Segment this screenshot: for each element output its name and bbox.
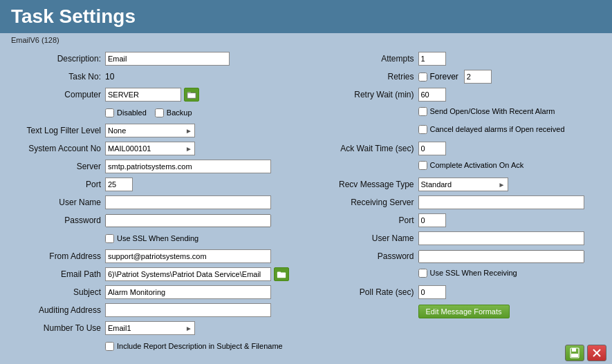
right-username-label: User Name [317, 233, 414, 243]
retries-label: Retries [317, 72, 414, 82]
textlog-select[interactable]: None ► [105, 124, 195, 137]
completeactivation-label: Complete Activation On Ack [430, 161, 524, 169]
recvmessage-value: Standard [421, 180, 452, 189]
fromaddress-label: From Address [11, 251, 101, 261]
canceldelayed-checkbox[interactable] [418, 125, 427, 134]
canceldelayed-label: Cancel delayed alarms if Open received [430, 125, 565, 133]
auditaddress-label: Auditing Address [11, 305, 101, 315]
save-button[interactable] [565, 345, 584, 361]
emailpath-input[interactable] [105, 267, 271, 281]
right-port-input[interactable] [418, 213, 446, 227]
fromaddress-input[interactable] [105, 249, 271, 263]
ssl-label: Use SSL When Sending [117, 234, 198, 242]
server-label: Server [11, 162, 101, 171]
numbertouse-select[interactable]: Email1 ► [105, 321, 195, 335]
port-label: Port [11, 180, 101, 189]
edit-message-formats-button[interactable]: Edit Message Formats [418, 305, 510, 318]
taskno-label: Task No: [11, 72, 101, 82]
password-label: Password [11, 215, 101, 225]
sysaccount-label: System Account No [11, 144, 101, 153]
retries-input[interactable] [464, 70, 492, 84]
sendopen-checkbox[interactable] [418, 107, 427, 116]
description-label: Description: [11, 54, 101, 64]
receivingserver-label: Receiving Server [317, 198, 414, 207]
computer-input[interactable] [105, 88, 181, 102]
disabled-checkbox[interactable] [105, 108, 114, 117]
recvmessage-label: Recv Message Type [317, 180, 414, 189]
emailpath-label: Email Path [11, 269, 101, 279]
svg-rect-7 [571, 354, 578, 357]
subject-label: Subject [11, 287, 101, 297]
left-panel: Description: Task No: 10 Computer [0, 50, 306, 358]
attempts-input[interactable] [418, 52, 446, 66]
completeactivation-checkbox[interactable] [418, 161, 427, 170]
backup-label: Backup [167, 108, 192, 117]
right-password-label: Password [317, 251, 414, 261]
receivingserver-input[interactable] [418, 195, 584, 209]
numbertouse-value: Email1 [108, 324, 131, 332]
ackwait-label: Ack Wait Time (sec) [317, 144, 414, 153]
includereport-label: Include Report Description in Subject & … [117, 342, 283, 350]
username-label: User Name [11, 198, 101, 207]
sysaccount-arrow-icon: ► [185, 145, 192, 153]
ackwait-input[interactable] [418, 142, 446, 155]
page-title: Task Settings [0, 0, 612, 33]
server-input[interactable] [105, 160, 271, 173]
svg-rect-4 [277, 272, 281, 274]
sysaccount-select[interactable]: MAIL000101 ► [105, 142, 195, 155]
footer-bar [559, 342, 612, 364]
computer-label: Computer [11, 90, 101, 99]
right-ssl-checkbox[interactable] [418, 269, 427, 278]
username-input[interactable] [105, 195, 271, 209]
right-username-input[interactable] [418, 231, 584, 245]
close-button[interactable] [587, 345, 606, 361]
pollrate-label: Poll Rate (sec) [317, 287, 414, 297]
disabled-label: Disabled [117, 108, 147, 117]
right-password-input[interactable] [418, 250, 584, 263]
emailpath-browse-button[interactable] [274, 267, 289, 281]
forever-checkbox[interactable] [418, 73, 427, 82]
sendopen-label: Send Open/Close With Recent Alarm [430, 107, 555, 115]
includereport-checkbox[interactable] [105, 342, 114, 351]
subject-input[interactable] [105, 285, 271, 299]
computer-browse-button[interactable] [184, 88, 199, 102]
recvmessage-select[interactable]: Standard ► [418, 178, 508, 191]
auditaddress-input[interactable] [105, 303, 271, 317]
taskno-value: 10 [105, 72, 114, 82]
retrywait-input[interactable] [418, 88, 446, 102]
subtitle: EmailV6 (128) [0, 33, 612, 47]
password-input[interactable] [105, 214, 271, 227]
right-ssl-label: Use SSL When Receiving [430, 269, 517, 277]
forever-label: Forever [430, 72, 458, 82]
numbertouse-label: Number To Use [11, 323, 101, 333]
description-input[interactable] [105, 52, 230, 66]
ssl-checkbox[interactable] [105, 234, 114, 243]
numbertouse-arrow-icon: ► [185, 325, 192, 332]
retrywait-label: Retry Wait (min) [317, 90, 414, 99]
right-port-label: Port [317, 215, 414, 225]
port-input[interactable] [105, 178, 133, 191]
textlog-value: None [108, 126, 126, 135]
backup-checkbox[interactable] [155, 108, 164, 117]
right-panel: Attempts Retries Forever Retry Wait (min… [306, 50, 613, 358]
sysaccount-value: MAIL000101 [108, 144, 151, 153]
attempts-label: Attempts [317, 54, 414, 64]
recvmessage-arrow-icon: ► [499, 181, 506, 189]
textlog-arrow-icon: ► [185, 127, 192, 135]
pollrate-input[interactable] [418, 285, 446, 299]
svg-rect-6 [572, 348, 576, 352]
textlog-label: Text Log Filter Level [11, 126, 101, 135]
